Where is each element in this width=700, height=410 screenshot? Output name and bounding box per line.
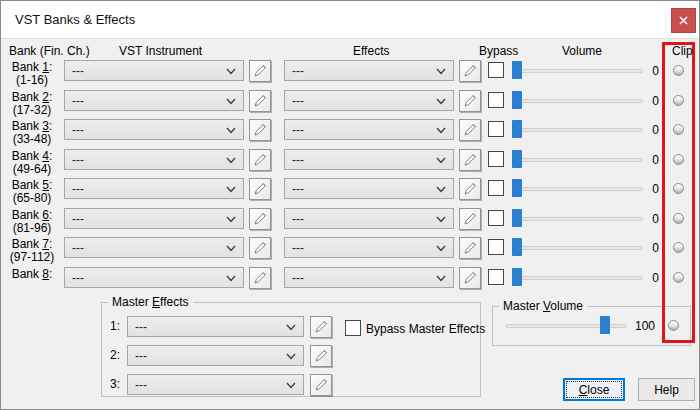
effects-select[interactable]: --- bbox=[284, 60, 454, 81]
master-effect-slot: 3: --- bbox=[102, 374, 480, 396]
master-effect-select[interactable]: --- bbox=[127, 374, 304, 395]
slider-thumb[interactable] bbox=[512, 150, 522, 168]
edit-instrument-button[interactable] bbox=[249, 149, 271, 171]
edit-instrument-button[interactable] bbox=[249, 60, 271, 82]
edit-instrument-button[interactable] bbox=[249, 90, 271, 112]
window-close-button[interactable] bbox=[671, 8, 696, 33]
chevron-down-icon bbox=[226, 98, 236, 105]
header-clip: Clip bbox=[672, 44, 693, 58]
volume-slider[interactable] bbox=[511, 90, 647, 111]
master-effect-select[interactable]: --- bbox=[127, 345, 304, 366]
bypass-checkbox[interactable] bbox=[488, 92, 504, 108]
master-effect-slot: 2: --- bbox=[102, 345, 480, 367]
vst-instrument-select[interactable]: --- bbox=[64, 90, 244, 111]
volume-slider[interactable] bbox=[511, 178, 647, 199]
vst-instrument-select[interactable]: --- bbox=[64, 119, 244, 140]
clip-indicator bbox=[673, 183, 684, 194]
edit-instrument-button[interactable] bbox=[249, 208, 271, 230]
edit-effects-button[interactable] bbox=[459, 149, 481, 171]
bypass-checkbox[interactable] bbox=[488, 210, 504, 226]
effects-select[interactable]: --- bbox=[284, 237, 454, 258]
chevron-down-icon bbox=[436, 157, 446, 164]
bank-row: Bank 6: (81-96) --- --- bbox=[1, 208, 699, 236]
bypass-master-effects-checkbox[interactable] bbox=[345, 320, 361, 336]
clip-indicator bbox=[673, 154, 684, 165]
volume-slider[interactable] bbox=[511, 267, 647, 288]
help-button[interactable]: Help bbox=[638, 378, 695, 401]
vst-banks-effects-dialog: VST Banks & Effects Bank (Fin. Ch.) VST … bbox=[0, 0, 700, 410]
bypass-checkbox[interactable] bbox=[488, 239, 504, 255]
chevron-down-icon bbox=[436, 127, 446, 134]
edit-instrument-button[interactable] bbox=[249, 237, 271, 259]
volume-value: 0 bbox=[641, 182, 659, 196]
edit-instrument-button[interactable] bbox=[249, 119, 271, 141]
vst-instrument-select[interactable]: --- bbox=[64, 208, 244, 229]
slider-thumb[interactable] bbox=[512, 238, 522, 256]
volume-slider[interactable] bbox=[511, 237, 647, 258]
bypass-checkbox[interactable] bbox=[488, 121, 504, 137]
vst-instrument-select[interactable]: --- bbox=[64, 237, 244, 258]
effects-select[interactable]: --- bbox=[284, 119, 454, 140]
bypass-checkbox[interactable] bbox=[488, 62, 504, 78]
volume-value: 0 bbox=[641, 94, 659, 108]
bank-row: Bank 7: (97-112) --- --- bbox=[1, 237, 699, 265]
chevron-down-icon bbox=[436, 216, 446, 223]
edit-instrument-button[interactable] bbox=[249, 267, 271, 289]
slider-thumb[interactable] bbox=[600, 316, 610, 334]
bypass-checkbox[interactable] bbox=[488, 269, 504, 285]
master-volume-slider[interactable] bbox=[503, 315, 629, 336]
slider-thumb[interactable] bbox=[512, 209, 522, 227]
slider-thumb[interactable] bbox=[512, 120, 522, 138]
effects-select[interactable]: --- bbox=[284, 178, 454, 199]
vst-instrument-select[interactable]: --- bbox=[64, 178, 244, 199]
bank-label: Bank 1: (1-16) bbox=[3, 61, 61, 87]
vst-instrument-select[interactable]: --- bbox=[64, 60, 244, 81]
volume-slider[interactable] bbox=[511, 119, 647, 140]
clip-indicator bbox=[673, 95, 684, 106]
bank-label: Bank 2: (17-32) bbox=[3, 91, 61, 117]
pencil-icon bbox=[460, 179, 480, 199]
master-volume-value: 100 bbox=[631, 319, 655, 333]
pencil-icon bbox=[460, 268, 480, 288]
edit-effects-button[interactable] bbox=[459, 267, 481, 289]
edit-effects-button[interactable] bbox=[459, 178, 481, 200]
effects-select[interactable]: --- bbox=[284, 149, 454, 170]
edit-effects-button[interactable] bbox=[459, 60, 481, 82]
edit-instrument-button[interactable] bbox=[249, 178, 271, 200]
edit-master-effect-button[interactable] bbox=[310, 374, 332, 396]
bypass-checkbox[interactable] bbox=[488, 180, 504, 196]
slider-thumb[interactable] bbox=[512, 179, 522, 197]
bypass-checkbox[interactable] bbox=[488, 151, 504, 167]
pencil-icon bbox=[311, 346, 331, 366]
slider-thumb[interactable] bbox=[512, 91, 522, 109]
chevron-down-icon bbox=[226, 68, 236, 75]
pencil-icon bbox=[250, 120, 270, 140]
edit-effects-button[interactable] bbox=[459, 208, 481, 230]
master-volume-group: Master Volume 100 bbox=[492, 306, 691, 346]
slider-thumb[interactable] bbox=[512, 268, 522, 286]
edit-effects-button[interactable] bbox=[459, 119, 481, 141]
chevron-down-icon bbox=[226, 216, 236, 223]
effects-select[interactable]: --- bbox=[284, 90, 454, 111]
edit-effects-button[interactable] bbox=[459, 90, 481, 112]
close-x-icon bbox=[679, 16, 688, 25]
vst-instrument-select[interactable]: --- bbox=[64, 267, 244, 288]
chevron-down-icon bbox=[226, 127, 236, 134]
header-effects: Effects bbox=[353, 44, 389, 58]
edit-master-effect-button[interactable] bbox=[310, 345, 332, 367]
bank-row: Bank 8: --- --- bbox=[1, 267, 699, 295]
window-title: VST Banks & Effects bbox=[15, 12, 135, 27]
edit-master-effect-button[interactable] bbox=[310, 316, 332, 338]
volume-slider[interactable] bbox=[511, 149, 647, 170]
master-effects-title: Master Effects bbox=[108, 295, 193, 309]
effects-select[interactable]: --- bbox=[284, 208, 454, 229]
master-effect-select[interactable]: --- bbox=[127, 316, 304, 337]
edit-effects-button[interactable] bbox=[459, 237, 481, 259]
effects-select[interactable]: --- bbox=[284, 267, 454, 288]
slider-thumb[interactable] bbox=[512, 61, 522, 79]
close-button[interactable]: Close bbox=[563, 378, 625, 401]
vst-instrument-select[interactable]: --- bbox=[64, 149, 244, 170]
volume-slider[interactable] bbox=[511, 60, 647, 81]
volume-slider[interactable] bbox=[511, 208, 647, 229]
clip-indicator bbox=[673, 65, 684, 76]
